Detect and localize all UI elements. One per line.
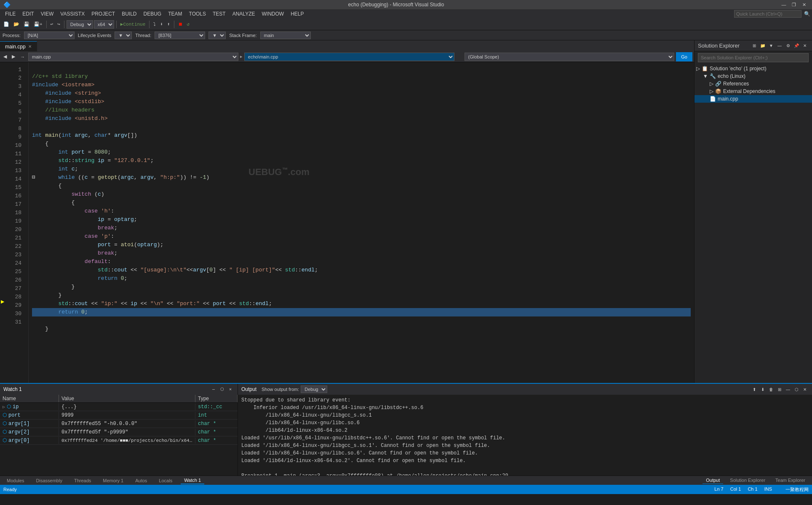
watch-collapse-btn[interactable]: — [210,385,217,393]
search-icon[interactable]: 🔍 [804,11,810,17]
watch-row-argv1[interactable]: ⬡ argv[1] 0x7ffffffed55 "-h0.0.0.0" char… [0,420,238,428]
breadcrumb-right-combo[interactable]: echo\main.cpp [244,53,454,61]
code-content[interactable]: //c++ std library #include <iostream> #i… [29,62,694,383]
se-pin-btn[interactable]: 📌 [793,42,800,50]
menu-view[interactable]: VIEW [37,10,57,18]
tab-solution-explorer-bottom[interactable]: Solution Explorer [727,477,769,484]
tab-locals[interactable]: Locals [155,477,176,484]
tree-solution[interactable]: ▷ 📋 Solution 'echo' (1 project) [694,65,812,72]
watch-value-argv1: 0x7ffffffed55 "-h0.0.0.0" [59,420,195,427]
menu-edit[interactable]: EDIT [19,10,37,18]
save-btn[interactable]: 💾 [22,20,31,29]
thread-extra-combo[interactable]: ▼ [208,32,226,39]
tree-references[interactable]: ▷ 🔗 References [694,80,812,88]
output-collapse-btn[interactable]: — [784,385,792,393]
menu-test[interactable]: TEST [209,10,229,18]
output-toolbar-btn2[interactable]: ⬇ [759,385,767,393]
new-project-btn[interactable]: 📄 [2,20,11,29]
menu-project[interactable]: PROJECT [88,10,118,18]
se-new-solution-btn[interactable]: ⊞ [751,42,758,50]
tab-disassembly[interactable]: Disassembly [33,477,66,484]
output-undock-btn[interactable]: ⬡ [793,385,800,393]
nav-back-btn[interactable]: ◀ [2,52,8,61]
watch-icon-ip: ⬡ [7,404,11,410]
close-button[interactable]: ✕ [799,0,809,9]
tree-main-cpp[interactable]: 📄 main.cpp [694,95,812,103]
stop-btn[interactable]: ⏹ [176,20,184,29]
menu-build[interactable]: BUILD [118,10,140,18]
undo-btn[interactable]: ↩ [49,20,55,29]
save-all-btn[interactable]: 💾+ [32,20,44,29]
quick-launch-input[interactable] [734,10,801,18]
continue-btn[interactable]: ▶ Continue [119,20,147,29]
watch-row-ip[interactable]: ▷⬡ ip {...} std::_cc [0,403,238,411]
references-label: References [723,81,749,87]
minimize-button[interactable]: — [779,0,788,9]
watch-expand-ip[interactable]: ▷ [3,404,5,409]
menu-help[interactable]: HELP [287,10,307,18]
redo-btn[interactable]: ↪ [56,20,62,29]
app-icon: 🔷 [3,1,11,8]
output-toolbar-btn4[interactable]: ⊞ [776,385,783,393]
watch-type-argv0: char * [195,437,238,444]
nav-forward-btn[interactable]: ▶ [10,52,17,61]
tab-autos[interactable]: Autos [132,477,150,484]
process-combo[interactable]: [N/A] [24,32,75,39]
menu-tools[interactable]: TOOLS [186,10,209,18]
nav-bar: ◀ ▶ → main.cpp ▸ echo\main.cpp (Global S… [0,51,694,62]
tab-modules[interactable]: Modules [3,477,28,484]
menu-debug[interactable]: DEBUG [140,10,165,18]
active-tab[interactable]: main.cpp ✕ [0,41,37,51]
open-btn[interactable]: 📂 [12,20,21,29]
menu-team[interactable]: TEAM [165,10,185,18]
se-search-input[interactable] [698,53,809,62]
tab-team-explorer-bottom[interactable]: Team Explorer [772,477,809,484]
restart-btn[interactable]: ↺ [185,20,192,29]
tab-close-btn[interactable]: ✕ [28,44,32,49]
lifecycle-combo[interactable]: ▼ [115,32,132,39]
output-body[interactable]: Stopped due to shared library event: Inf… [238,395,812,476]
se-close-btn[interactable]: ✕ [801,42,809,50]
watch-close-btn[interactable]: ✕ [227,385,234,393]
menu-vassistx[interactable]: VASSISTX [57,10,88,18]
step-over-btn[interactable]: ⤵ [152,20,158,29]
process-label: Process: [3,33,21,38]
tab-threads[interactable]: Threads [71,477,94,484]
se-settings-btn[interactable]: ⚙ [784,42,792,50]
output-source-combo[interactable]: Debug [301,385,327,393]
output-toolbar-btn3[interactable]: 🗑 [767,385,775,393]
continue-label: Continue [123,22,145,27]
output-line-8: Loaded '/lib/x86_64-linux-gnu/libc.so.6'… [241,449,809,457]
tree-project[interactable]: ▼ 🔧 echo (Linux) [694,72,812,80]
output-close-btn[interactable]: ✕ [801,385,809,393]
se-folder-btn[interactable]: 📁 [759,42,767,50]
tab-watch1[interactable]: Watch 1 [181,477,204,484]
debug-config-combo[interactable]: Debug [67,20,93,29]
menu-analyze[interactable]: ANALYZE [229,10,259,18]
tree-external-deps[interactable]: ▷ 📦 External Dependencies [694,88,812,95]
watch-row-argv2[interactable]: ⬡ argv[2] 0x7ffffffed5f "-p9999" char * [0,428,238,436]
watch-row-port[interactable]: ⬡ port 9999 int [0,411,238,420]
output-toolbar-btn1[interactable]: ⬆ [751,385,758,393]
menu-file[interactable]: FILE [2,10,19,18]
watch-body[interactable]: ▷⬡ ip {...} std::_cc ⬡ port 9999 int ⬡ a… [0,403,238,476]
watch-row-argv0[interactable]: ⬡ argv[0] 0x7ffffffed24 '/home/■■■/proje… [0,436,238,445]
platform-combo[interactable]: x64 [94,20,114,29]
nav-goto-btn[interactable]: → [19,52,27,61]
se-filter-btn[interactable]: ▼ [767,42,775,50]
watch-undock-btn[interactable]: ⬡ [218,385,226,393]
se-collapse-btn[interactable]: — [776,42,783,50]
tab-output-right[interactable]: Output [702,477,723,484]
step-out-btn[interactable]: ⬆ [166,20,172,29]
go-btn[interactable]: Go [676,52,692,61]
stack-frame-combo[interactable]: main [260,32,311,39]
menu-window[interactable]: WINDOW [258,10,287,18]
thread-combo[interactable]: [8376] [155,32,205,39]
code-editor[interactable]: ▶ 12345678910111213141516171819202122232… [0,62,694,383]
restore-button[interactable]: ❐ [789,0,799,9]
tab-memory1[interactable]: Memory 1 [99,477,127,484]
status-right: Ln 7 Col 1 Ch 1 INS 一聚教程网 [714,486,809,493]
step-into-btn[interactable]: ⬇ [158,20,165,29]
breadcrumb-left-combo[interactable]: main.cpp [28,53,238,61]
scope-combo[interactable]: (Global Scope) [465,53,675,61]
